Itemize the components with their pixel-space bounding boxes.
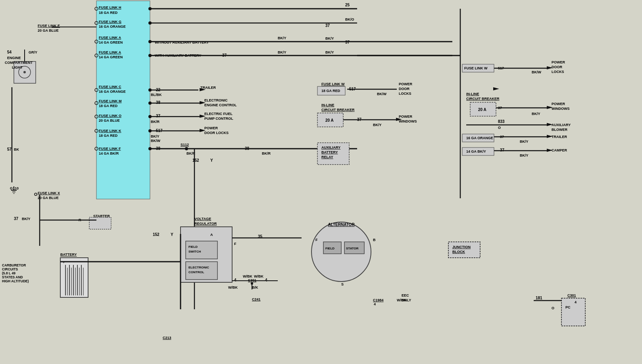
svg-text:14 GA GREEN: 14 GA GREEN [99,55,123,59]
svg-point-243 [148,115,152,118]
svg-text:FUSE LINK M: FUSE LINK M [99,99,122,103]
svg-text:FUSE LINK G: FUSE LINK G [99,20,121,24]
svg-text:BK/Y: BK/Y [278,50,286,54]
svg-text:FUSE LINK W: FUSE LINK W [321,82,345,86]
svg-text:JUNCTION: JUNCTION [452,245,471,249]
svg-text:S112: S112 [181,143,189,147]
svg-text:FUSE LINK K: FUSE LINK K [99,129,121,133]
svg-rect-149 [89,217,111,229]
svg-text:CAMPER: CAMPER [552,148,567,152]
svg-text:FUSE LINK H: FUSE LINK H [99,6,121,10]
svg-text:14 GA BK/Y: 14 GA BK/Y [466,149,486,153]
svg-text:54: 54 [7,50,12,54]
svg-text:20 A: 20 A [325,118,334,123]
svg-text:WINDOWS: WINDOWS [399,119,417,123]
svg-text:A: A [210,233,213,237]
svg-text:F: F [315,238,318,242]
svg-text:BK/W: BK/W [151,139,160,143]
svg-text:152: 152 [192,158,199,163]
svg-text:BK/O: BK/O [345,17,354,21]
svg-text:37: 37 [325,23,330,28]
svg-point-201 [251,282,253,285]
svg-text:16 GA ORANGE: 16 GA ORANGE [466,136,493,140]
svg-text:EEC: EEC [402,293,409,297]
svg-text:Y: Y [210,158,213,163]
svg-text:FUSE LINK C: FUSE LINK C [99,85,121,89]
svg-text:BK/R: BK/R [262,151,271,155]
svg-text:COMPARTMENT: COMPARTMENT [5,61,33,65]
svg-text:GR/Y: GR/Y [29,50,37,54]
svg-text:16 GA ORANGE: 16 GA ORANGE [99,25,126,29]
svg-text:ENGINE CONTROL: ENGINE CONTROL [204,103,237,107]
svg-text:DOOR: DOOR [552,65,563,69]
svg-text:W/BK: W/BK [254,274,263,278]
svg-text:PUMP CONTROL: PUMP CONTROL [204,117,233,121]
svg-text:HIGH ALTITUDE): HIGH ALTITUDE) [2,279,29,283]
svg-text:STATES AND: STATES AND [2,275,23,279]
svg-text:POWER: POWER [399,82,413,86]
wiring-diagram: FUSE LINK H 18 GA RED 25 FUSE LINK E FUS… [0,0,642,364]
svg-rect-222 [561,298,585,326]
svg-text:37: 37 [500,148,505,152]
svg-text:BK: BK [14,148,19,151]
svg-point-244 [148,129,152,132]
svg-text:IN-LINE: IN-LINE [466,92,479,96]
svg-text:FUSE LINK A: FUSE LINK A [99,50,121,54]
svg-text:AUXILIARY: AUXILIARY [552,123,571,127]
svg-text:POWER: POWER [552,102,565,106]
svg-text:CIRCUIT BREAKER: CIRCUIT BREAKER [321,108,355,112]
svg-text:(5.8 L 49: (5.8 L 49 [2,271,15,275]
svg-text:W/BK: W/BK [243,274,252,278]
svg-text:BK/Y: BK/Y [22,217,31,221]
svg-text:Y: Y [171,232,173,237]
svg-text:ELECTRIC FUEL: ELECTRIC FUEL [204,112,233,116]
svg-text:4: 4 [265,278,267,282]
svg-text:CARBURETOR: CARBURETOR [2,263,26,267]
svg-text:BK/Y: BK/Y [532,112,540,116]
svg-text:FUSE LINK O: FUSE LINK O [99,114,121,118]
svg-text:CONTROL: CONTROL [188,270,204,274]
svg-point-239 [148,40,152,43]
svg-text:LOCKS: LOCKS [399,92,411,96]
svg-text:BL/BK: BL/BK [151,93,162,97]
svg-text:38: 38 [156,100,161,105]
svg-text:ELECTRONIC: ELECTRONIC [204,98,228,102]
svg-point-242 [148,102,152,105]
svg-point-245 [148,147,152,150]
svg-text:BK/Y: BK/Y [520,153,529,157]
svg-text:BK/Y: BK/Y [520,140,529,144]
svg-text:20 GA BLUE: 20 GA BLUE [99,119,120,123]
svg-text:SWITCH: SWITCH [188,250,201,253]
svg-text:20 GA BLUE: 20 GA BLUE [38,29,59,33]
svg-text:STATOR: STATOR [346,247,359,250]
svg-text:C241: C241 [252,297,261,301]
svg-text:TRAILER: TRAILER [552,135,567,139]
svg-point-240 [148,54,152,57]
svg-text:C1984: C1984 [373,298,384,302]
svg-text:37: 37 [156,114,161,118]
svg-text:ENGINE: ENGINE [7,56,21,60]
svg-text:BK/Y: BK/Y [278,36,286,40]
svg-text:B/K: B/K [252,285,258,289]
svg-text:BATTERY: BATTERY [321,150,338,154]
svg-text:BK/Y: BK/Y [373,123,382,127]
svg-text:AUXILIARY: AUXILIARY [321,146,340,149]
svg-text:B: B [373,238,376,242]
svg-text:BK/Y: BK/Y [325,50,334,54]
svg-text:152: 152 [153,232,160,237]
svg-text:G110: G110 [10,186,19,190]
svg-text:O: O [552,306,554,310]
svg-text:FUSE LINK X: FUSE LINK X [38,191,60,195]
svg-text:CIRCUITS: CIRCUITS [2,267,18,271]
svg-text:BK/Y: BK/Y [151,134,160,138]
svg-text:POWER: POWER [399,115,413,119]
svg-text:WINDOWS: WINDOWS [552,107,570,111]
svg-text:37: 37 [14,216,19,221]
svg-text:FUSE LINK F: FUSE LINK F [99,147,121,151]
svg-text:FIELD: FIELD [188,245,198,249]
svg-text:POWER: POWER [204,126,218,130]
svg-text:IN-LINE: IN-LINE [321,103,334,107]
svg-text:16 GA ORANGE: 16 GA ORANGE [99,90,126,94]
svg-text:18 GA RED: 18 GA RED [99,134,118,138]
svg-text:PC: PC [565,305,571,309]
